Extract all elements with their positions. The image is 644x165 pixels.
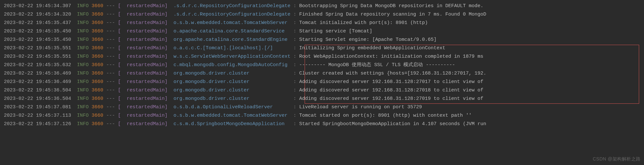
log-colon: : (290, 62, 299, 68)
log-colon: : (290, 113, 299, 118)
log-dash: --- (106, 20, 118, 26)
log-level: INFO (77, 12, 92, 17)
log-pid: 3660 (92, 96, 106, 101)
log-msg: Started SpringbootMongoDemoApplication i… (299, 121, 486, 127)
log-ts: 2023-02-22 19:45:36.504 (4, 88, 77, 93)
log-pid: 3660 (92, 79, 106, 85)
log-logger: org.mongodb.driver.cluster (173, 96, 290, 101)
log-pid: 3660 (92, 88, 106, 93)
log-level: INFO (77, 121, 92, 127)
log-colon: : (290, 121, 299, 127)
log-ts: 2023-02-22 19:45:35.437 (4, 20, 77, 26)
log-pid: 3660 (92, 62, 106, 68)
log-logger: o.apache.catalina.core.StandardService (173, 29, 290, 34)
log-logger: o.s.b.d.a.OptionalLiveReloadServer (173, 104, 290, 110)
log-pid: 3660 (92, 29, 106, 34)
log-dash: --- (106, 37, 118, 42)
log-line[interactable]: 2023-02-22 19:45:34.320 INFO 3660 --- [ … (4, 10, 640, 19)
log-level: INFO (77, 29, 92, 34)
log-pid: 3660 (92, 121, 106, 127)
log-thread: [ restartedMain] (118, 45, 173, 51)
log-pid: 3660 (92, 45, 106, 51)
log-thread: [ restartedMain] (118, 71, 173, 76)
log-ts: 2023-02-22 19:45:35.450 (4, 37, 77, 42)
log-thread: [ restartedMain] (118, 12, 173, 17)
log-dash: --- (106, 3, 118, 9)
log-line[interactable]: 2023-02-22 19:45:35.632 INFO 3660 --- [ … (4, 61, 640, 69)
log-colon: : (290, 37, 299, 42)
log-msg: Tomcat started on port(s): 8901 (http) w… (299, 113, 472, 118)
log-thread: [ restartedMain] (118, 88, 173, 93)
log-dash: --- (106, 29, 118, 34)
log-level: INFO (77, 104, 92, 110)
log-logger: w.s.c.ServletWebServerApplicationContext (173, 54, 290, 59)
log-dash: --- (106, 79, 118, 85)
log-line[interactable]: 2023-02-22 19:45:36.469 INFO 3660 --- [ … (4, 69, 640, 78)
log-msg: --------- MongoDB 使用动态 SSL / TLS 模式启动 --… (299, 62, 455, 68)
log-msg: Initializing Spring embedded WebApplicat… (299, 45, 445, 51)
log-thread: [ restartedMain] (118, 96, 173, 101)
log-thread: [ restartedMain] (118, 20, 173, 26)
log-line[interactable]: 2023-02-22 19:45:34.307 INFO 3660 --- [ … (4, 2, 640, 10)
log-msg: Adding discovered server 192.168.31.128:… (299, 96, 483, 101)
log-line[interactable]: 2023-02-22 19:45:35.450 INFO 3660 --- [ … (4, 36, 640, 44)
log-dash: --- (106, 45, 118, 51)
log-ts: 2023-02-22 19:45:36.504 (4, 96, 77, 101)
log-ts: 2023-02-22 19:45:37.126 (4, 121, 77, 127)
log-thread: [ restartedMain] (118, 113, 173, 118)
log-colon: : (290, 71, 299, 76)
log-level: INFO (77, 88, 92, 93)
log-logger: org.mongodb.driver.cluster (173, 88, 290, 93)
log-pid: 3660 (92, 12, 106, 17)
log-colon: : (290, 54, 299, 59)
log-colon: : (290, 20, 299, 26)
log-logger: c.s.m.d.SpringbootMongoDemoApplication (173, 121, 290, 127)
log-line[interactable]: 2023-02-22 19:45:36.504 INFO 3660 --- [ … (4, 86, 640, 95)
log-level: INFO (77, 3, 92, 9)
log-msg: Adding discovered server 192.168.31.128:… (299, 88, 483, 93)
log-line[interactable]: 2023-02-22 19:45:37.126 INFO 3660 --- [ … (4, 120, 640, 128)
log-dash: --- (106, 88, 118, 93)
log-line[interactable]: 2023-02-22 19:45:37.113 INFO 3660 --- [ … (4, 112, 640, 120)
log-thread: [ restartedMain] (118, 37, 173, 42)
log-level: INFO (77, 79, 92, 85)
log-line[interactable]: 2023-02-22 19:45:37.081 INFO 3660 --- [ … (4, 103, 640, 112)
log-colon: : (290, 88, 299, 93)
log-line[interactable]: 2023-02-22 19:45:35.450 INFO 3660 --- [ … (4, 27, 640, 36)
log-ts: 2023-02-22 19:45:35.450 (4, 29, 77, 34)
log-colon: : (290, 3, 299, 9)
log-line[interactable]: 2023-02-22 19:45:35.551 INFO 3660 --- [ … (4, 53, 640, 61)
log-dash: --- (106, 121, 118, 127)
log-dash: --- (106, 62, 118, 68)
log-pid: 3660 (92, 113, 106, 118)
log-msg: Starting Servlet engine: [Apache Tomcat/… (299, 37, 436, 42)
log-pid: 3660 (92, 71, 106, 76)
log-msg: Starting service [Tomcat] (299, 29, 372, 34)
log-msg: LiveReload server is running on port 357… (299, 104, 422, 110)
log-thread: [ restartedMain] (118, 79, 173, 85)
log-ts: 2023-02-22 19:45:37.081 (4, 104, 77, 110)
log-msg: Root WebApplicationContext: initializati… (299, 54, 483, 59)
log-ts: 2023-02-22 19:45:35.551 (4, 45, 77, 51)
log-ts: 2023-02-22 19:45:36.469 (4, 71, 77, 76)
log-line[interactable]: 2023-02-22 19:45:36.469 INFO 3660 --- [ … (4, 78, 640, 86)
log-thread: [ restartedMain] (118, 104, 173, 110)
log-console[interactable]: 2023-02-22 19:45:34.307 INFO 3660 --- [ … (0, 0, 644, 130)
log-dash: --- (106, 71, 118, 76)
log-ts: 2023-02-22 19:45:34.307 (4, 3, 77, 9)
log-pid: 3660 (92, 20, 106, 26)
log-level: INFO (77, 71, 92, 76)
log-logger: org.mongodb.driver.cluster (173, 71, 290, 76)
log-line[interactable]: 2023-02-22 19:45:36.504 INFO 3660 --- [ … (4, 95, 640, 103)
log-dash: --- (106, 96, 118, 101)
log-level: INFO (77, 45, 92, 51)
log-thread: [ restartedMain] (118, 3, 173, 9)
log-pid: 3660 (92, 37, 106, 42)
log-level: INFO (77, 113, 92, 118)
log-line[interactable]: 2023-02-22 19:45:35.437 INFO 3660 --- [ … (4, 19, 640, 27)
log-colon: : (290, 29, 299, 34)
log-level: INFO (77, 96, 92, 101)
log-line[interactable]: 2023-02-22 19:45:35.551 INFO 3660 --- [ … (4, 44, 640, 53)
watermark-text: CSDN @架构解析之路 (593, 155, 641, 163)
log-pid: 3660 (92, 104, 106, 110)
